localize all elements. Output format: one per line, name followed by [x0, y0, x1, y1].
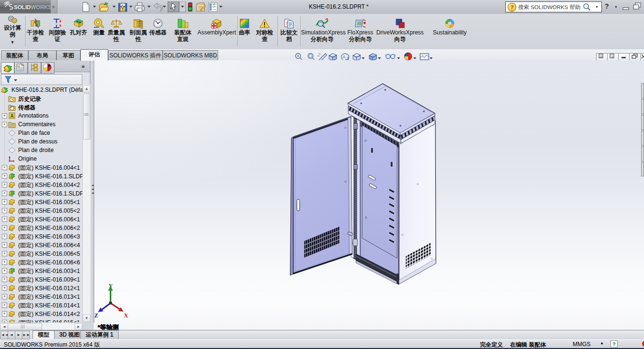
svg-text:X: X	[124, 312, 128, 319]
svg-text:SOLIDWORKS: SOLIDWORKS	[14, 4, 51, 10]
svg-text:!: !	[122, 7, 123, 11]
svg-text:?: ?	[612, 341, 616, 347]
svg-text:A: A	[343, 55, 345, 59]
svg-text:Z: Z	[94, 312, 98, 319]
svg-text:1: 1	[611, 55, 613, 59]
svg-text:0: 0	[600, 55, 602, 59]
svg-text:Y: Y	[109, 283, 113, 289]
